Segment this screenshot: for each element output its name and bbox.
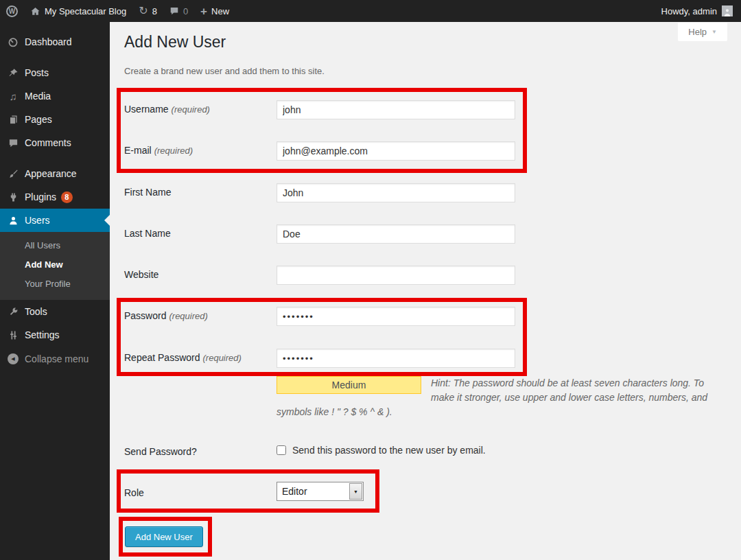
users-icon: [6, 213, 20, 227]
sidebar-item-label: Settings: [25, 329, 60, 340]
main-content: Help ▼ Add New User Create a brand new u…: [110, 22, 741, 560]
plugin-icon: [6, 190, 20, 204]
sidebar-item-label: Pages: [25, 114, 52, 125]
role-select[interactable]: Editor ▼: [277, 482, 364, 501]
help-label: Help: [688, 27, 707, 37]
dropdown-arrow-icon: ▼: [349, 483, 362, 500]
sidebar-item-label: Media: [25, 91, 51, 102]
help-tab-button[interactable]: Help ▼: [678, 23, 727, 41]
site-name: My Spectacular Blog: [45, 6, 126, 16]
username-field[interactable]: [277, 100, 515, 119]
submenu-item-your-profile[interactable]: Your Profile: [0, 275, 110, 294]
password-label: Password(required): [124, 310, 208, 321]
wordpress-logo-icon: W: [6, 5, 18, 17]
sidebar-item-label: Users: [25, 215, 50, 226]
dashboard-icon: [6, 35, 20, 49]
repeat-password-field[interactable]: [277, 349, 515, 368]
sidebar-item-users[interactable]: Users: [0, 209, 110, 232]
sidebar-item-label: Appearance: [25, 168, 77, 179]
site-name-link[interactable]: My Spectacular Blog: [24, 0, 132, 22]
chevron-down-icon: ▼: [711, 29, 717, 35]
users-submenu: All Users Add New Your Profile: [0, 232, 110, 300]
wordpress-logo-menu[interactable]: W: [0, 0, 24, 22]
plugins-update-badge: 8: [61, 191, 73, 203]
required-note: (required): [172, 104, 210, 115]
sidebar-item-label: Tools: [25, 306, 47, 317]
required-note: (required): [169, 311, 207, 321]
last-name-field[interactable]: [277, 224, 515, 244]
sidebar-item-appearance[interactable]: Appearance: [0, 162, 110, 185]
password-field[interactable]: [277, 307, 515, 326]
howdy-text: Howdy, admin: [661, 6, 717, 16]
sidebar-item-plugins[interactable]: Plugins 8: [0, 185, 110, 209]
required-note: (required): [154, 145, 193, 156]
username-label: Username(required): [124, 104, 210, 115]
repeat-password-label-text: Repeat Password: [124, 352, 200, 363]
sidebar-item-settings[interactable]: Settings: [0, 323, 110, 347]
home-icon: [30, 6, 40, 16]
collapse-menu-label: Collapse menu: [25, 353, 89, 364]
my-account-menu[interactable]: Howdy, admin: [653, 0, 741, 22]
add-new-user-button[interactable]: Add New User: [125, 526, 203, 547]
wrench-icon: [6, 305, 20, 318]
password-hint-area: Medium Hint: The password should be at l…: [277, 376, 709, 419]
send-password-label: Send Password?: [124, 446, 197, 457]
submenu-item-add-new[interactable]: Add New: [0, 255, 110, 275]
repeat-password-label: Repeat Password(required): [124, 352, 242, 363]
admin-bar: W My Spectacular Blog ↻ 8 0 + New Howdy,…: [0, 0, 741, 22]
sidebar-item-posts[interactable]: Posts: [0, 61, 110, 84]
comment-bubble-icon: [169, 6, 179, 16]
paintbrush-icon: [6, 167, 20, 180]
send-password-option[interactable]: Send this password to the new user by em…: [277, 445, 486, 456]
required-note: (required): [203, 353, 242, 363]
plus-icon: +: [200, 5, 207, 17]
collapse-arrow-icon: ◀: [6, 352, 20, 366]
sidebar-item-dashboard[interactable]: Dashboard: [0, 30, 110, 54]
send-password-checkbox[interactable]: [277, 445, 286, 455]
updates-menu[interactable]: ↻ 8: [132, 0, 163, 22]
updates-icon: ↻: [139, 5, 148, 16]
sidebar-item-label: Dashboard: [25, 36, 72, 47]
comments-menu[interactable]: 0: [163, 0, 194, 22]
sidebar-item-label: Plugins: [25, 191, 56, 202]
pushpin-icon: [6, 66, 20, 80]
updates-count: 8: [152, 6, 157, 16]
comments-count: 0: [183, 6, 188, 16]
collapse-menu-button[interactable]: ◀ Collapse menu: [0, 347, 110, 371]
sidebar-item-label: Comments: [25, 137, 71, 148]
admin-sidebar-menu: Dashboard Posts ♫ Media Pages Comments A…: [0, 22, 110, 560]
first-name-label: First Name: [124, 187, 171, 198]
menu-separator: [0, 54, 110, 61]
sidebar-item-comments[interactable]: Comments: [0, 131, 110, 154]
email-label-text: E-mail: [124, 145, 152, 156]
send-password-checkbox-text: Send this password to the new user by em…: [292, 445, 486, 456]
username-label-text: Username: [124, 104, 169, 115]
sidebar-item-pages[interactable]: Pages: [0, 108, 110, 131]
page-subtitle: Create a brand new user and add them to …: [124, 66, 325, 76]
new-label: New: [211, 6, 229, 16]
sidebar-item-tools[interactable]: Tools: [0, 300, 110, 323]
password-strength-indicator: Medium: [277, 376, 421, 394]
new-content-menu[interactable]: + New: [194, 0, 235, 22]
website-field[interactable]: [277, 266, 515, 285]
role-selected-value: Editor: [277, 486, 349, 497]
menu-separator: [0, 154, 110, 162]
sidebar-item-label: Posts: [25, 67, 49, 78]
media-icon: ♫: [6, 89, 20, 103]
email-field[interactable]: [277, 141, 515, 161]
page-title: Add New User: [124, 33, 226, 51]
sliders-icon: [6, 328, 20, 342]
sidebar-item-media[interactable]: ♫ Media: [0, 84, 110, 108]
website-label: Website: [124, 269, 158, 280]
email-label: E-mail(required): [124, 145, 193, 156]
submenu-item-all-users[interactable]: All Users: [0, 236, 110, 255]
pages-icon: [6, 113, 20, 126]
password-label-text: Password: [124, 310, 166, 321]
role-label: Role: [124, 487, 144, 498]
last-name-label: Last Name: [124, 228, 171, 239]
comments-icon: [6, 136, 20, 150]
first-name-field[interactable]: [277, 183, 515, 202]
user-avatar: [722, 5, 733, 16]
